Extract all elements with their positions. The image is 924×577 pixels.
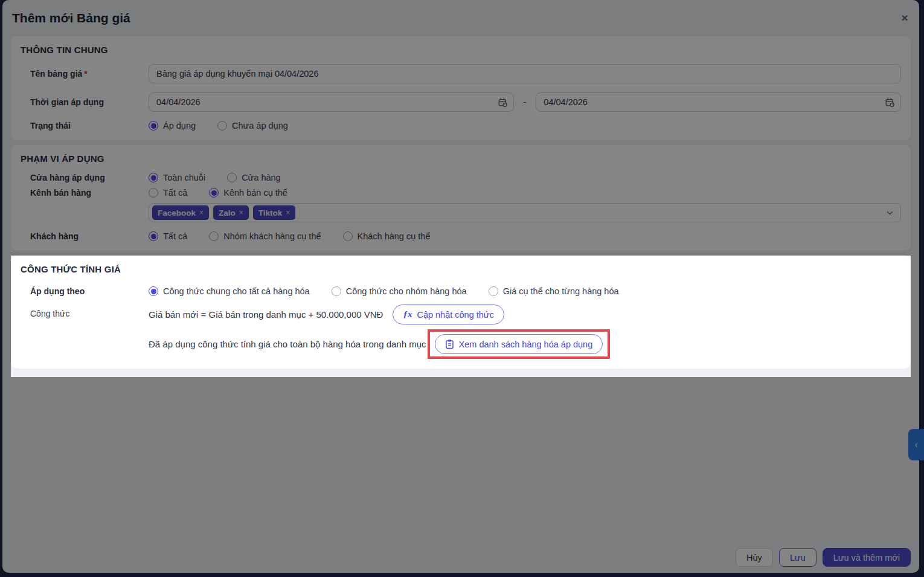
- radio-icon: [227, 173, 237, 182]
- highlight-annotation: Xem danh sách hàng hóa áp dụng: [428, 329, 611, 359]
- update-formula-button[interactable]: ƒx Cập nhật công thức: [393, 305, 504, 324]
- formula-section-title: CÔNG THỨC TÍNH GIÁ: [21, 264, 901, 274]
- radio-customer-group[interactable]: Nhóm khách hàng cụ thể: [209, 231, 321, 241]
- save-button[interactable]: Lưu: [779, 548, 817, 567]
- scope-title: PHẠM VI ÁP DỤNG: [21, 153, 901, 164]
- formula-expression: Giá bán mới = Giá bán trong danh mục + 5…: [149, 309, 383, 320]
- customer-label: Khách hàng: [21, 231, 149, 241]
- customer-row: Khách hàng Tất cả Nhóm khách hàng cụ thể…: [21, 231, 901, 241]
- add-price-list-modal: Thêm mới Bảng giá × THÔNG TIN CHUNG Tên …: [2, 0, 919, 573]
- sales-channel-label: Kênh bán hàng: [21, 188, 149, 198]
- radio-formula-goods-group[interactable]: Công thức cho nhóm hàng hóa: [332, 286, 467, 296]
- modal-title: Thêm mới Bảng giá: [12, 11, 130, 25]
- price-list-name-input[interactable]: Bảng giá áp dụng khuyến mại 04/04/2026: [149, 64, 901, 83]
- close-icon[interactable]: ×: [897, 11, 912, 25]
- radio-icon: [209, 188, 219, 198]
- radio-icon: [489, 286, 498, 296]
- store-scope-row: Cửa hàng áp dụng Toàn chuỗi Cửa hàng: [21, 173, 901, 182]
- apply-by-row: Áp dụng theo Công thức chung cho tất cả …: [21, 286, 901, 296]
- radio-formula-all-goods[interactable]: Công thức chung cho tất cả hàng hóa: [149, 286, 310, 296]
- channel-tag-tiktok[interactable]: Tiktok ×: [253, 205, 296, 220]
- chevron-down-icon: [887, 210, 893, 216]
- apply-period-row: Thời gian áp dụng 04/04/2026: [21, 92, 901, 112]
- chevron-left-icon: ‹: [914, 439, 918, 451]
- clipboard-icon: [445, 339, 454, 349]
- formula-section: CÔNG THỨC TÍNH GIÁ Áp dụng theo Công thứ…: [11, 256, 911, 369]
- radio-channel-specific[interactable]: Kênh bán cụ thể: [209, 188, 287, 198]
- apply-period-label: Thời gian áp dụng: [21, 97, 149, 107]
- cancel-button[interactable]: Hủy: [736, 548, 773, 567]
- radio-icon: [149, 121, 158, 131]
- remove-tag-icon[interactable]: ×: [199, 208, 204, 217]
- radio-icon: [149, 286, 158, 296]
- general-info-title: THÔNG TIN CHUNG: [21, 45, 901, 55]
- radio-icon: [332, 286, 341, 296]
- radio-specific-price[interactable]: Giá cụ thể cho từng hàng hóa: [489, 286, 619, 296]
- radio-status-not-apply[interactable]: Chưa áp dụng: [217, 121, 288, 131]
- store-scope-label: Cửa hàng áp dụng: [21, 173, 149, 182]
- channel-tag-facebook[interactable]: Facebook ×: [152, 205, 209, 220]
- remove-tag-icon[interactable]: ×: [286, 208, 290, 217]
- radio-store-all-chain[interactable]: Toàn chuỗi: [149, 173, 205, 182]
- status-label: Trạng thái: [21, 121, 149, 131]
- save-and-new-button[interactable]: Lưu và thêm mới: [823, 548, 911, 567]
- general-info-section: THÔNG TIN CHUNG Tên bảng giá* Bảng giá á…: [11, 36, 911, 140]
- radio-customer-all[interactable]: Tất cả: [149, 231, 187, 241]
- radio-status-apply[interactable]: Áp dụng: [149, 121, 196, 131]
- remove-tag-icon[interactable]: ×: [239, 208, 243, 217]
- radio-icon: [343, 231, 353, 241]
- applied-note: Đã áp dụng công thức tính giá cho toàn b…: [149, 339, 426, 349]
- view-applied-goods-button[interactable]: Xem danh sách hàng hóa áp dụng: [435, 334, 603, 354]
- price-list-name-label: Tên bảng giá*: [21, 69, 149, 79]
- radio-icon: [149, 173, 158, 182]
- modal-header: Thêm mới Bảng giá: [2, 0, 919, 36]
- date-to-input[interactable]: 04/04/2026: [536, 92, 901, 112]
- radio-icon: [149, 231, 158, 241]
- modal-footer: Hủy Lưu Lưu và thêm mới: [736, 548, 911, 567]
- calendar-icon[interactable]: [885, 97, 895, 108]
- apply-by-label: Áp dụng theo: [21, 286, 149, 296]
- radio-customer-specific[interactable]: Khách hàng cụ thể: [343, 231, 431, 241]
- channel-select-row: Facebook × Zalo × Tiktok ×: [21, 203, 901, 222]
- radio-icon: [149, 188, 158, 198]
- formula-row: Công thức Giá bán mới = Giá bán trong da…: [21, 305, 901, 359]
- radio-channel-all[interactable]: Tất cả: [149, 188, 187, 198]
- date-from-input[interactable]: 04/04/2026: [149, 92, 514, 112]
- channel-tag-zalo[interactable]: Zalo ×: [213, 205, 249, 220]
- radio-store-specific[interactable]: Cửa hàng: [227, 173, 281, 182]
- status-row: Trạng thái Áp dụng Chưa áp dụng: [21, 121, 901, 131]
- radio-icon: [209, 231, 219, 241]
- radio-icon: [217, 121, 227, 131]
- side-panel-toggle[interactable]: ‹: [908, 429, 924, 460]
- calendar-icon[interactable]: [498, 97, 508, 108]
- channel-multiselect[interactable]: Facebook × Zalo × Tiktok ×: [149, 203, 901, 222]
- sales-channel-row: Kênh bán hàng Tất cả Kênh bán cụ thể: [21, 188, 901, 198]
- function-icon: ƒx: [403, 309, 412, 320]
- scope-section: PHẠM VI ÁP DỤNG Cửa hàng áp dụng Toàn ch…: [11, 145, 911, 251]
- required-asterisk: *: [84, 69, 87, 79]
- date-range-separator: -: [524, 97, 527, 107]
- price-list-name-row: Tên bảng giá* Bảng giá áp dụng khuyến mạ…: [21, 64, 901, 83]
- formula-label: Công thức: [21, 305, 149, 318]
